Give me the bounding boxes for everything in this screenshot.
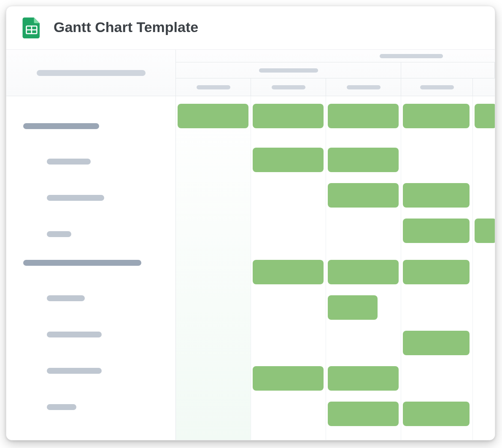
- task-label: [47, 368, 102, 374]
- timeline-day-cell: [251, 78, 326, 96]
- group-label[interactable]: [23, 260, 141, 266]
- google-sheets-icon: [21, 16, 43, 38]
- gantt-bar[interactable]: [253, 148, 324, 172]
- gantt-bar[interactable]: [403, 260, 470, 284]
- gantt-chart-area[interactable]: [176, 50, 495, 440]
- task-row[interactable]: [6, 389, 175, 425]
- gantt-bar[interactable]: [403, 331, 470, 355]
- day-label-placeholder: [272, 85, 305, 89]
- gantt-bar[interactable]: [403, 219, 470, 243]
- timeline-day-cell: [176, 78, 251, 96]
- task-label: [47, 295, 85, 301]
- sidebar-header-placeholder: [37, 70, 146, 76]
- task-row[interactable]: [6, 143, 175, 180]
- gantt-bar[interactable]: [253, 104, 324, 128]
- document-title[interactable]: Gantt Chart Template: [54, 19, 198, 35]
- gantt-bar[interactable]: [403, 183, 470, 208]
- document-body: [6, 50, 495, 440]
- timeline-period-cell: [176, 62, 401, 78]
- gantt-bar[interactable]: [178, 104, 248, 128]
- task-label: [47, 332, 102, 337]
- gantt-bar[interactable]: [328, 148, 399, 172]
- task-row[interactable]: [6, 280, 175, 316]
- timeline-header-row-1: [176, 50, 495, 62]
- task-label: [47, 404, 76, 410]
- gantt-grid: [176, 96, 495, 440]
- group-label[interactable]: [23, 123, 99, 129]
- gantt-bar[interactable]: [253, 260, 324, 284]
- timeline-range-label-placeholder: [380, 54, 443, 58]
- task-sidebar: [6, 50, 176, 440]
- gantt-bar[interactable]: [328, 183, 399, 208]
- timeline-header: [176, 50, 495, 96]
- day-label-placeholder: [420, 85, 454, 89]
- app-window: Gantt Chart Template: [6, 6, 495, 440]
- task-row[interactable]: [6, 316, 175, 353]
- task-label: [47, 195, 104, 201]
- sidebar-header: [6, 50, 175, 96]
- gantt-bar[interactable]: [328, 366, 399, 391]
- timeline-period-label-placeholder: [259, 68, 318, 73]
- gantt-bar[interactable]: [328, 402, 399, 426]
- sidebar-rows: [6, 96, 175, 425]
- task-row[interactable]: [6, 353, 175, 389]
- gantt-bar[interactable]: [328, 260, 399, 284]
- task-row[interactable]: [6, 180, 175, 216]
- gantt-bar[interactable]: [403, 104, 470, 128]
- timeline-day-cell: [326, 78, 401, 96]
- grid-col: [176, 96, 251, 440]
- task-label: [47, 231, 71, 237]
- timeline-day-cell: [401, 78, 473, 96]
- timeline-period-cell: [401, 62, 495, 78]
- app-header: Gantt Chart Template: [6, 6, 495, 50]
- grid-col: [473, 96, 495, 440]
- gantt-bar[interactable]: [253, 366, 324, 391]
- timeline-header-row-2: [176, 62, 495, 78]
- day-label-placeholder: [197, 85, 230, 89]
- task-row[interactable]: [6, 216, 175, 252]
- day-label-placeholder: [347, 85, 381, 89]
- timeline-header-row-3: [176, 78, 495, 96]
- gantt-bar[interactable]: [328, 295, 378, 320]
- timeline-day-cell: [473, 78, 495, 96]
- gantt-bar[interactable]: [328, 104, 399, 128]
- gantt-bar[interactable]: [475, 219, 495, 243]
- task-label: [47, 159, 91, 165]
- gantt-bar[interactable]: [403, 402, 470, 426]
- gantt-bar[interactable]: [475, 104, 495, 128]
